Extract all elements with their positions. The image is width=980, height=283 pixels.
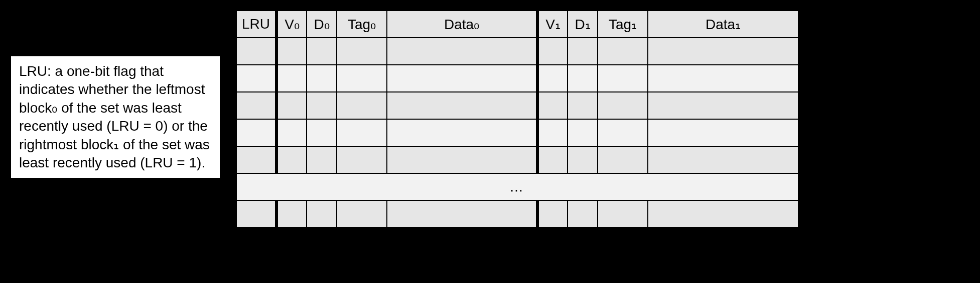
header-v1: V₁: [537, 11, 568, 38]
header-data1: Data₁: [648, 11, 798, 38]
header-tag0: Tag₀: [337, 11, 387, 38]
header-data0: Data₀: [387, 11, 537, 38]
lru-description: LRU: a one-bit flag that indicates wheth…: [10, 55, 221, 179]
table-row: [236, 146, 798, 173]
header-tag1: Tag₁: [598, 11, 648, 38]
table-header-row: LRU V₀ D₀ Tag₀ Data₀ V₁ D₁ Tag₁ Data₁: [236, 11, 798, 38]
header-v0: V₀: [276, 11, 307, 38]
table-row: [236, 65, 798, 92]
table-row: [236, 92, 798, 119]
header-d1: D₁: [568, 11, 598, 38]
ellipsis: …: [236, 173, 798, 201]
header-d0: D₀: [307, 11, 337, 38]
cache-table: LRU V₀ D₀ Tag₀ Data₀ V₁ D₁ Tag₁ Data₁ …: [236, 10, 799, 228]
table-row: [236, 201, 798, 228]
ellipsis-row: …: [236, 173, 798, 201]
table-row: [236, 119, 798, 146]
table-row: [236, 38, 798, 65]
header-lru: LRU: [236, 11, 276, 38]
